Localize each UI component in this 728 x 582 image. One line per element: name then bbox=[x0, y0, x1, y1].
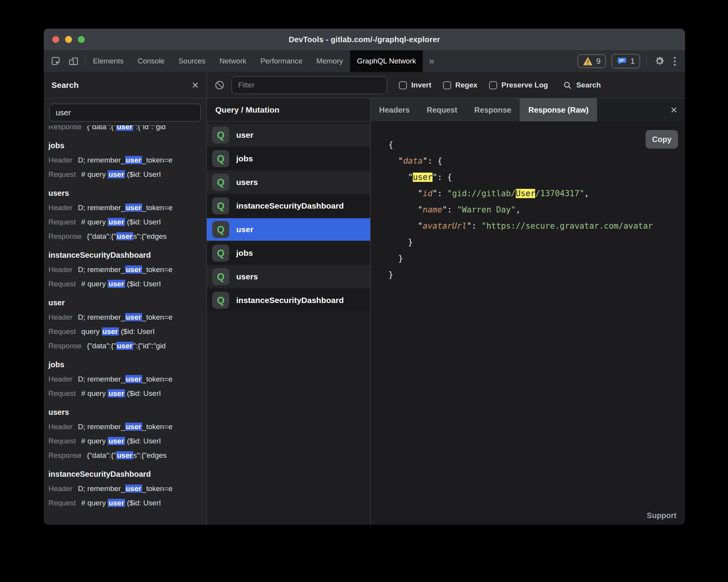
tab-graphql-network[interactable]: GraphQL Network bbox=[350, 50, 423, 72]
response-close-icon[interactable]: × bbox=[670, 104, 677, 116]
json-token: "https://secure.gravatar.com/avatar bbox=[481, 221, 653, 231]
warnings-badge[interactable]: 9 bbox=[577, 54, 606, 68]
search-result-line[interactable]: HeaderD; remember_user_token=e bbox=[48, 372, 202, 386]
json-token: "gid://gitlab/ bbox=[447, 189, 516, 198]
warning-icon bbox=[583, 56, 593, 66]
query-type-badge: Q bbox=[212, 127, 229, 144]
search-result-line[interactable]: Response{"data":{"user":{"id":"gid bbox=[48, 125, 202, 134]
filter-checkbox-group: InvertRegexPreserve Log bbox=[387, 81, 548, 89]
close-window-button[interactable] bbox=[52, 36, 59, 43]
search-result-heading[interactable]: instanceSecurityDashboard bbox=[48, 467, 202, 481]
search-result-line[interactable]: Response{"data":{"users":{"edges bbox=[48, 229, 202, 243]
search-result-line[interactable]: Request# query user ($id: UserI bbox=[48, 496, 202, 510]
json-line: "id": "gid://gitlab/User/13704317", bbox=[388, 185, 681, 202]
search-result-line[interactable]: HeaderD; remember_user_token=e bbox=[48, 200, 202, 215]
result-line-label: Request bbox=[48, 170, 76, 178]
result-line-content: D; remember_user_token=e bbox=[78, 313, 172, 321]
search-close-icon[interactable]: × bbox=[192, 79, 199, 91]
zoom-window-button[interactable] bbox=[78, 36, 85, 43]
search-result-heading[interactable]: users bbox=[48, 186, 202, 200]
traffic-lights bbox=[52, 29, 85, 50]
query-list-item-label: instanceSecurityDashboard bbox=[236, 201, 344, 211]
copy-button[interactable]: Copy bbox=[646, 130, 678, 149]
match-highlight: user bbox=[125, 265, 142, 274]
result-line-content: {"data":{"users":{"edges bbox=[87, 451, 167, 459]
search-result-line[interactable]: HeaderD; remember_user_token=e bbox=[48, 153, 202, 167]
match-highlight: user bbox=[108, 218, 125, 226]
checkbox-preserve-log[interactable]: Preserve Log bbox=[489, 81, 548, 89]
search-input[interactable] bbox=[49, 104, 201, 122]
tab-elements[interactable]: Elements bbox=[86, 50, 130, 72]
search-result-line[interactable]: Request# query user ($id: UserI bbox=[48, 215, 202, 229]
search-result-line[interactable]: Request# query user ($id: UserI bbox=[48, 277, 202, 291]
tab-performance[interactable]: Performance bbox=[253, 50, 309, 72]
minimize-window-button[interactable] bbox=[65, 36, 72, 43]
checkbox-regex[interactable]: Regex bbox=[443, 81, 477, 89]
json-viewer: { "data": { "user": { "id": "gid://gitla… bbox=[371, 122, 685, 283]
search-result-heading[interactable]: jobs bbox=[48, 139, 202, 153]
response-tab-request[interactable]: Request bbox=[418, 98, 466, 122]
result-line-content: {"data":{"users":{"edges bbox=[87, 232, 167, 240]
result-line-content: D; remember_user_token=e bbox=[78, 156, 172, 164]
query-list-item[interactable]: QinstanceSecurityDashboard bbox=[207, 195, 370, 217]
checkbox-label: Invert bbox=[411, 81, 431, 89]
messages-count: 1 bbox=[630, 57, 635, 66]
search-result-line[interactable]: HeaderD; remember_user_token=e bbox=[48, 419, 202, 434]
result-line-label: Header bbox=[48, 423, 72, 431]
search-toggle[interactable]: Search bbox=[563, 80, 601, 90]
search-result-line[interactable]: HeaderD; remember_user_token=e bbox=[48, 262, 202, 277]
search-result-line[interactable]: HeaderD; remember_user_token=e bbox=[48, 310, 202, 324]
more-tabs-icon[interactable]: » bbox=[423, 50, 440, 72]
search-result-heading[interactable]: users bbox=[48, 405, 202, 419]
messages-badge[interactable]: 1 bbox=[611, 54, 640, 68]
search-result-heading[interactable]: user bbox=[48, 296, 202, 310]
filter-input[interactable] bbox=[232, 76, 387, 94]
result-line-content: {"data":{"user":{"id":"gid bbox=[87, 125, 166, 131]
tab-memory[interactable]: Memory bbox=[309, 50, 350, 72]
result-line-content: {"data":{"user":{"id":"gid bbox=[87, 342, 166, 350]
kebab-menu-icon[interactable] bbox=[671, 57, 678, 66]
query-mutation-header: Query / Mutation bbox=[207, 98, 370, 122]
search-result-line[interactable]: Request# query user ($id: UserI bbox=[48, 167, 202, 181]
response-tab-response-raw[interactable]: Response (Raw) bbox=[520, 98, 597, 122]
query-list-item[interactable]: QinstanceSecurityDashboard bbox=[207, 289, 370, 312]
inspect-element-icon[interactable] bbox=[49, 55, 62, 68]
query-list-item[interactable]: Qjobs bbox=[207, 147, 370, 170]
match-highlight: user bbox=[125, 313, 142, 321]
tab-network[interactable]: Network bbox=[213, 50, 254, 72]
device-toolbar-icon[interactable] bbox=[67, 55, 80, 68]
match-highlight: user bbox=[116, 342, 133, 350]
result-line-content: # query user ($id: UserI bbox=[81, 437, 161, 445]
checkbox-label: Preserve Log bbox=[501, 81, 548, 89]
response-tab-response[interactable]: Response bbox=[466, 98, 520, 122]
match-highlight: user bbox=[108, 389, 125, 397]
json-token: , bbox=[584, 189, 589, 198]
json-token: " bbox=[388, 189, 423, 198]
query-list-item[interactable]: Quser bbox=[207, 218, 370, 241]
match-highlight: user bbox=[125, 375, 142, 383]
search-result-line[interactable]: Response{"data":{"user":{"id":"gid bbox=[48, 339, 202, 353]
search-highlight: user bbox=[413, 173, 433, 182]
search-result-line[interactable]: Request# query user ($id: UserI bbox=[48, 434, 202, 448]
query-list-item[interactable]: Quser bbox=[207, 124, 370, 146]
toolbar-divider-2 bbox=[646, 55, 647, 67]
support-link[interactable]: Support bbox=[647, 511, 676, 520]
clear-icon[interactable] bbox=[213, 79, 226, 92]
search-result-line[interactable]: Response{"data":{"users":{"edges bbox=[48, 448, 202, 462]
tab-sources[interactable]: Sources bbox=[172, 50, 213, 72]
json-line: } bbox=[388, 234, 681, 250]
query-list-item[interactable]: Qusers bbox=[207, 171, 370, 193]
query-list-item[interactable]: Qjobs bbox=[207, 242, 370, 264]
search-result-line[interactable]: Requestquery user ($id: UserI bbox=[48, 324, 202, 339]
settings-gear-icon[interactable] bbox=[653, 55, 666, 68]
match-highlight: user bbox=[125, 423, 142, 431]
checkbox-box bbox=[489, 81, 497, 89]
tab-console[interactable]: Console bbox=[130, 50, 172, 72]
search-result-line[interactable]: Request# query user ($id: UserI bbox=[48, 386, 202, 401]
search-result-heading[interactable]: instanceSecurityDashboard bbox=[48, 248, 202, 262]
search-result-line[interactable]: HeaderD; remember_user_token=e bbox=[48, 481, 202, 496]
response-tab-headers[interactable]: Headers bbox=[371, 98, 418, 122]
query-list-item[interactable]: Qusers bbox=[207, 265, 370, 288]
checkbox-invert[interactable]: Invert bbox=[399, 81, 431, 89]
search-result-heading[interactable]: jobs bbox=[48, 358, 202, 372]
